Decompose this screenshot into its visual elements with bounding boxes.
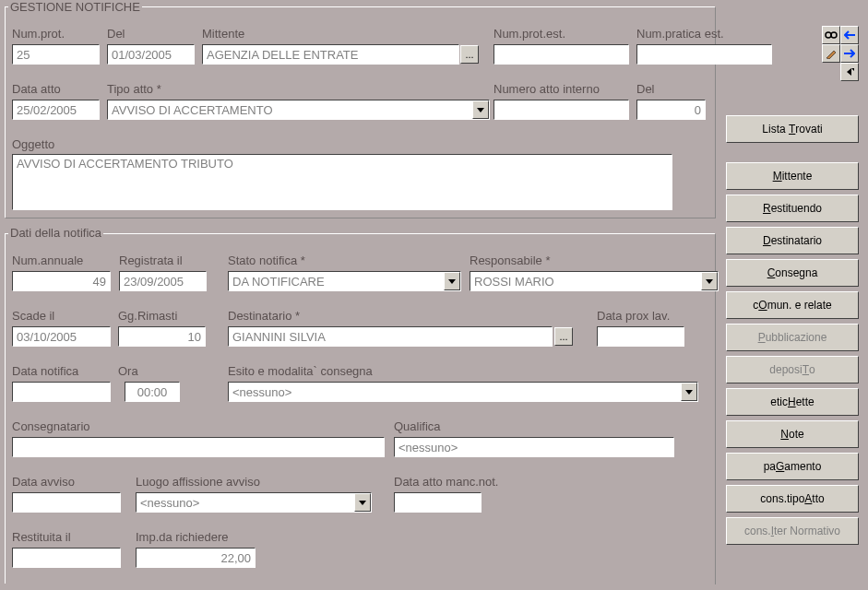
del-input[interactable] [107, 44, 195, 65]
consegna-button[interactable]: Consegna [726, 259, 859, 287]
constipoatto-button[interactable]: cons.tipo Atto [726, 485, 859, 513]
datamanc-label: Data atto manc.not. [394, 475, 498, 489]
destinatario-label: Destinatario * [228, 309, 300, 323]
datamanc-input[interactable] [394, 492, 482, 513]
imp-label: Imp.da richiedere [136, 530, 228, 544]
dataprox-input[interactable] [597, 326, 684, 347]
numannuale-input[interactable] [12, 271, 111, 291]
del-label: Del [107, 27, 125, 41]
destinatario-button[interactable]: Destinatario [726, 227, 859, 254]
numprot-input[interactable] [12, 44, 100, 65]
binoculars-icon[interactable] [822, 26, 840, 44]
oggetto-label: Oggetto [12, 137, 54, 151]
del2-input[interactable] [636, 100, 706, 120]
restituita-input[interactable] [12, 548, 121, 568]
luogo-label: Luogo affissione avviso [136, 475, 260, 489]
tipoatto-label: Tipo atto * [107, 82, 161, 96]
responsabile-label: Responsabile * [470, 254, 550, 267]
qualifica-label: Qualifica [394, 419, 441, 433]
mittente-label: Mittente [202, 27, 244, 41]
comun-button[interactable]: cOmun. e relate [726, 291, 859, 319]
ora-input[interactable] [125, 382, 180, 402]
consegnatario-input[interactable] [12, 437, 385, 457]
tipoatto-select[interactable]: AVVISO DI ACCERTAMENTO [107, 100, 490, 120]
dataatto-label: Data atto [12, 82, 61, 96]
registrata-input[interactable] [119, 271, 207, 291]
numprotest-label: Num.prot.est. [493, 27, 565, 41]
deposito-button[interactable]: deposiTo [726, 356, 859, 384]
gestione-legend: GESTIONE NOTIFICHE [8, 0, 142, 14]
ora-label: Ora [118, 364, 138, 378]
dataavviso-label: Data avviso [12, 475, 75, 489]
numpratica-label: Num.pratica est. [636, 27, 724, 41]
del2-label: Del [636, 82, 655, 96]
numattoint-label: Numero atto interno [493, 82, 600, 96]
registrata-label: Registrata il [119, 254, 183, 267]
consiter-button[interactable]: cons.Iter Normativo [726, 517, 859, 545]
arrow-right-icon[interactable] [840, 44, 859, 63]
qualifica-input[interactable] [394, 437, 674, 457]
dataatto-input[interactable] [12, 100, 100, 120]
stato-select[interactable]: DA NOTIFICARE [228, 271, 461, 291]
scade-label: Scade il [12, 309, 54, 323]
restituita-label: Restituita il [12, 530, 71, 544]
ggrimasti-input[interactable] [118, 326, 206, 347]
arrow-left-icon[interactable] [840, 26, 859, 44]
svg-point-0 [826, 32, 831, 38]
destinatario-input[interactable] [228, 326, 553, 347]
oggetto-textarea[interactable]: AVVISO DI ACCERTAMENTO TRIBUTO [12, 154, 672, 210]
dataprox-label: Data prox lav. [597, 309, 670, 323]
lista-trovati-button[interactable]: Lista Trovati [726, 115, 859, 143]
numprot-label: Num.prot. [12, 27, 65, 41]
mittente-input[interactable] [202, 44, 459, 65]
stato-label: Stato notifica * [228, 254, 305, 267]
pagamento-button[interactable]: paGamento [726, 453, 859, 480]
ggrimasti-label: Gg.Rimasti [118, 309, 177, 323]
svg-point-1 [831, 32, 837, 38]
dataavviso-input[interactable] [12, 492, 121, 513]
numattoint-input[interactable] [493, 100, 629, 120]
datanotifica-label: Data notifica [12, 364, 78, 378]
numannuale-label: Num.annuale [12, 254, 83, 267]
note-button[interactable]: Note [726, 420, 859, 448]
numpratica-input[interactable] [636, 44, 772, 65]
luogo-select[interactable]: <nessuno> [136, 492, 372, 513]
back-icon[interactable] [840, 63, 859, 81]
datanotifica-input[interactable] [12, 382, 111, 402]
esito-label: Esito e modalita` consegna [228, 364, 373, 378]
etichette-button[interactable]: eticHette [726, 388, 859, 416]
scade-input[interactable] [12, 326, 111, 347]
destinatario-lookup-button[interactable]: ... [554, 327, 573, 346]
imp-input[interactable] [136, 548, 256, 568]
numprotest-input[interactable] [493, 44, 629, 65]
mittente-lookup-button[interactable]: ... [460, 45, 479, 64]
esito-select[interactable]: <nessuno> [228, 382, 698, 402]
responsabile-select[interactable]: ROSSI MARIO [470, 271, 719, 291]
dati-legend: Dati della notifica [8, 226, 103, 240]
mittente-button[interactable]: Mittente [726, 162, 859, 190]
consegnatario-label: Consegnatario [12, 419, 90, 433]
pubblicazione-button[interactable]: Pubblicazione [726, 324, 859, 351]
pencil-icon[interactable] [822, 44, 840, 63]
restituendo-button[interactable]: Restituendo [726, 195, 859, 222]
